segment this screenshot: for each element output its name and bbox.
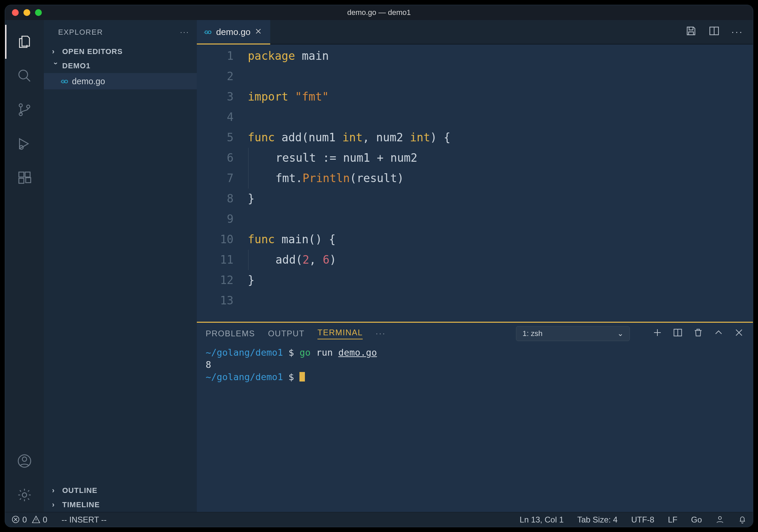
editor-more-icon[interactable]: ··· bbox=[731, 26, 743, 37]
kill-terminal-icon[interactable] bbox=[693, 327, 703, 340]
code-line[interactable]: package main bbox=[248, 46, 753, 66]
line-number: 13 bbox=[197, 290, 234, 311]
line-number: 7 bbox=[197, 168, 234, 189]
line-number: 1 bbox=[197, 46, 234, 66]
go-file-icon: -GO bbox=[204, 29, 212, 35]
ide-window: demo.go — demo1 bbox=[5, 5, 753, 527]
terminal-segment: ~/golang/demo1 bbox=[206, 372, 283, 382]
line-number: 12 bbox=[197, 270, 234, 290]
titlebar[interactable]: demo.go — demo1 bbox=[5, 5, 753, 20]
chevron-right-icon: › bbox=[52, 486, 59, 495]
terminal-segment: $ bbox=[283, 347, 300, 358]
terminal-segment: 8 bbox=[206, 359, 211, 370]
close-window-icon[interactable] bbox=[12, 9, 19, 16]
token-ident: add bbox=[275, 253, 296, 266]
editor-tab[interactable]: -GO demo.go bbox=[197, 20, 270, 44]
code-line[interactable]: } bbox=[248, 270, 753, 290]
activity-settings[interactable] bbox=[5, 478, 44, 512]
code-line[interactable]: } bbox=[248, 189, 753, 209]
token-punc: ) bbox=[430, 131, 437, 144]
open-editors-label: OPEN EDITORS bbox=[62, 47, 123, 56]
token-punc: , bbox=[363, 131, 369, 144]
minimize-window-icon[interactable] bbox=[23, 9, 30, 16]
panel-tab-problems[interactable]: PROBLEMS bbox=[206, 329, 255, 338]
status-bar: 0 0 -- INSERT -- Ln 13, Col 1 Tab Size: … bbox=[5, 512, 753, 527]
code-line[interactable]: fmt.Println(result) bbox=[248, 168, 753, 189]
line-number: 6 bbox=[197, 148, 234, 168]
token-punc: { bbox=[329, 233, 335, 246]
close-panel-icon[interactable] bbox=[734, 327, 744, 340]
split-terminal-icon[interactable] bbox=[673, 327, 683, 340]
code-content[interactable]: package main import "fmt" func add(num1 … bbox=[248, 46, 753, 322]
open-editors-section[interactable]: › OPEN EDITORS bbox=[44, 45, 197, 59]
timeline-section[interactable]: › TIMELINE bbox=[44, 498, 197, 512]
terminal-line: 8 bbox=[206, 359, 744, 371]
workbench: EXPLORER ··· › OPEN EDITORS › DEMO1 -GO … bbox=[5, 20, 753, 512]
terminal-selector[interactable]: 1: zsh ⌄ bbox=[516, 326, 630, 341]
close-tab-icon[interactable] bbox=[255, 27, 262, 37]
status-cursor[interactable]: Ln 13, Col 1 bbox=[520, 515, 564, 525]
fullscreen-window-icon[interactable] bbox=[35, 9, 42, 16]
status-feedback-icon[interactable] bbox=[716, 515, 724, 525]
status-errors[interactable]: 0 bbox=[11, 515, 27, 525]
chevron-down-icon: › bbox=[51, 62, 60, 70]
code-line[interactable] bbox=[248, 107, 753, 127]
code-editor[interactable]: 12345678910111213 package main import "f… bbox=[197, 45, 753, 322]
chevron-right-icon: › bbox=[52, 47, 59, 56]
file-tree-item[interactable]: -GO demo.go bbox=[44, 73, 197, 89]
svg-rect-8 bbox=[26, 178, 31, 183]
line-number: 3 bbox=[197, 87, 234, 107]
activity-run-debug[interactable] bbox=[5, 127, 44, 161]
token-kw: package bbox=[248, 49, 295, 63]
search-icon bbox=[17, 68, 32, 83]
token-str: "fmt" bbox=[295, 90, 329, 103]
split-editor-icon[interactable] bbox=[708, 25, 720, 39]
sidebar: EXPLORER ··· › OPEN EDITORS › DEMO1 -GO … bbox=[44, 20, 197, 512]
token-ident: add bbox=[281, 131, 302, 144]
token-ident: num2 bbox=[390, 151, 417, 164]
editor-actions: ··· bbox=[685, 20, 753, 44]
token-ident: main bbox=[281, 233, 308, 246]
activity-source-control[interactable] bbox=[5, 93, 44, 127]
status-eol[interactable]: LF bbox=[668, 515, 677, 525]
token-ident: result bbox=[275, 151, 316, 164]
line-number: 8 bbox=[197, 189, 234, 209]
status-warnings[interactable]: 0 bbox=[32, 515, 47, 525]
files-icon bbox=[17, 34, 32, 49]
panel-tab-output[interactable]: OUTPUT bbox=[268, 329, 305, 338]
token-punc: , bbox=[309, 253, 316, 266]
terminal-output[interactable]: ~/golang/demo1 $ go run demo.go8~/golang… bbox=[197, 344, 753, 512]
folder-section[interactable]: › DEMO1 bbox=[44, 59, 197, 73]
sidebar-header: EXPLORER ··· bbox=[44, 20, 197, 45]
panel-more-icon[interactable]: ··· bbox=[376, 329, 386, 338]
panel-tab-terminal[interactable]: TERMINAL bbox=[317, 328, 363, 339]
code-line[interactable]: func main() { bbox=[248, 229, 753, 250]
code-line[interactable] bbox=[248, 209, 753, 229]
token-kw: func bbox=[248, 233, 275, 246]
code-line[interactable]: import "fmt" bbox=[248, 87, 753, 107]
code-line[interactable]: func add(num1 int, num2 int) { bbox=[248, 127, 753, 148]
status-bell-icon[interactable] bbox=[738, 515, 747, 525]
save-icon[interactable] bbox=[685, 25, 697, 39]
activity-accounts[interactable] bbox=[5, 444, 44, 478]
token-num: 6 bbox=[323, 253, 330, 266]
outline-section[interactable]: › OUTLINE bbox=[44, 483, 197, 498]
code-line[interactable]: add(2, 6) bbox=[248, 250, 753, 270]
token-fn: Println bbox=[303, 172, 350, 185]
status-tabsize[interactable]: Tab Size: 4 bbox=[577, 515, 618, 525]
status-language[interactable]: Go bbox=[691, 515, 702, 525]
sidebar-more-icon[interactable]: ··· bbox=[180, 28, 189, 37]
status-encoding[interactable]: UTF-8 bbox=[631, 515, 654, 525]
code-line[interactable] bbox=[248, 66, 753, 87]
activity-search[interactable] bbox=[5, 59, 44, 93]
folder-label: DEMO1 bbox=[62, 61, 90, 70]
new-terminal-icon[interactable] bbox=[652, 327, 662, 340]
code-line[interactable] bbox=[248, 290, 753, 311]
token-type: int bbox=[342, 131, 363, 144]
token-punc: + bbox=[377, 151, 384, 164]
activity-extensions[interactable] bbox=[5, 161, 44, 195]
maximize-panel-icon[interactable] bbox=[713, 327, 724, 340]
activity-explorer[interactable] bbox=[5, 25, 44, 59]
svg-rect-5 bbox=[19, 172, 24, 177]
code-line[interactable]: result := num1 + num2 bbox=[248, 148, 753, 168]
